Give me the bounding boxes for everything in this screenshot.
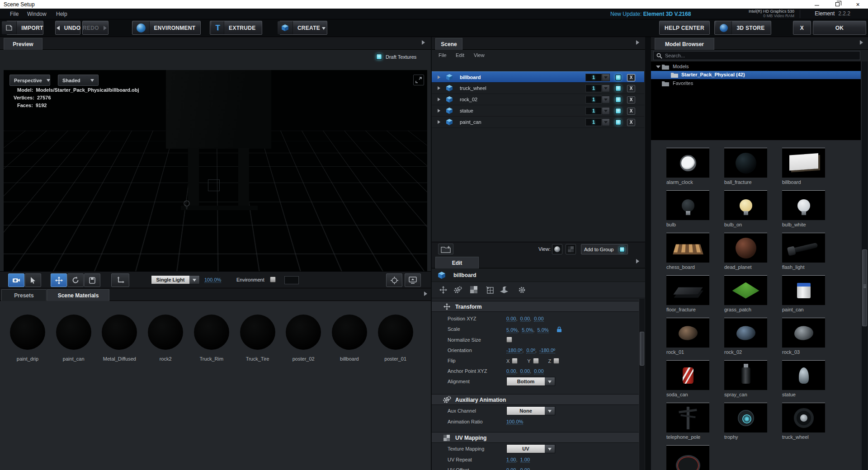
material-sphere-preview[interactable] [286, 315, 321, 350]
edit-scrollbar-handle[interactable] [640, 332, 644, 366]
model-item[interactable]: trophy [724, 403, 767, 440]
flip-y-checkbox[interactable] [533, 358, 539, 364]
uv-mapping-section-header[interactable]: UV Mapping [432, 432, 639, 443]
model-thumbnail[interactable] [724, 360, 767, 390]
model-item[interactable]: spray_can [724, 360, 767, 397]
texture-mapping-dropdown[interactable]: UV [506, 444, 555, 453]
transform-section-header[interactable]: Transform [432, 301, 639, 312]
draft-textures-checkbox[interactable] [376, 54, 382, 60]
add-to-group-button[interactable]: Add to Group [581, 244, 628, 254]
material-sphere-preview[interactable] [378, 315, 413, 350]
anchor-y-value[interactable]: 0.00 [520, 368, 530, 374]
scene-menu-file[interactable]: File [439, 52, 447, 58]
edit-scrollbar[interactable] [639, 299, 645, 470]
expander-arrow-icon[interactable] [438, 75, 442, 79]
uv-repeat-v-value[interactable]: 1.00 [520, 457, 530, 463]
material-item[interactable]: billboard [327, 315, 372, 362]
import-button[interactable]: IMPORT [6, 21, 43, 35]
center-view-button[interactable] [386, 273, 402, 287]
model-thumbnail[interactable] [782, 318, 825, 348]
chevron-down-icon[interactable] [602, 118, 610, 126]
view-shaded-toggle[interactable] [552, 244, 562, 254]
minimize-button[interactable] [807, 0, 827, 9]
position-z-value[interactable]: 0.00 [534, 316, 543, 322]
transform-category-icon[interactable] [439, 286, 447, 295]
collapse-panel-arrow-icon[interactable] [424, 291, 429, 296]
tree-item-favorites[interactable]: Favorites [651, 80, 861, 88]
model-thumbnail[interactable] [724, 148, 767, 178]
model-search-box[interactable] [653, 51, 860, 60]
flip-z-checkbox[interactable] [553, 358, 559, 364]
material-item[interactable]: poster_01 [373, 315, 418, 362]
model-item[interactable]: soda_can [666, 360, 709, 397]
collapse-panel-arrow-icon[interactable] [860, 40, 865, 45]
model-item[interactable]: statue [782, 360, 825, 397]
delete-object-button[interactable]: X [627, 85, 635, 92]
aux-channel-dropdown[interactable]: None [506, 406, 555, 415]
chevron-down-icon[interactable] [602, 74, 610, 81]
help-center-button[interactable]: HELP CENTER [659, 21, 710, 35]
environment-color-swatch[interactable] [284, 276, 299, 284]
model-thumbnail[interactable] [666, 233, 709, 263]
model-thumbnail[interactable] [666, 275, 709, 305]
visibility-checkbox[interactable] [615, 119, 621, 125]
uv-category-icon[interactable] [470, 286, 477, 294]
model-thumbnail[interactable] [666, 445, 709, 470]
model-thumbnail[interactable] [782, 403, 825, 432]
model-item[interactable]: bulb [666, 190, 709, 227]
visibility-checkbox[interactable] [615, 85, 621, 91]
material-item[interactable]: poster_02 [281, 315, 326, 362]
instance-count-field[interactable]: 1 [585, 107, 610, 115]
search-input[interactable] [665, 53, 860, 58]
uv-repeat-u-value[interactable]: 1.00 [506, 457, 516, 463]
scene-menu-edit[interactable]: Edit [456, 52, 464, 58]
material-sphere-preview[interactable] [56, 315, 91, 350]
delete-object-button[interactable]: X [627, 108, 635, 115]
model-thumbnail[interactable] [666, 318, 709, 348]
environment-checkbox[interactable] [270, 277, 276, 282]
material-item[interactable]: Metal_Diffused [97, 315, 142, 362]
delete-object-button[interactable]: X [627, 119, 635, 126]
scale-lock-icon[interactable] [557, 326, 562, 334]
model-browser-scrollbar-handle[interactable] [862, 249, 867, 326]
model-thumbnail[interactable] [782, 148, 825, 178]
tab-edit[interactable]: Edit [435, 257, 479, 268]
delete-object-button[interactable]: X [627, 96, 635, 103]
model-item[interactable]: grass_patch [724, 275, 767, 312]
tree-item-starter-pack[interactable]: Starter_Pack_Physical (42) [651, 71, 861, 79]
uv-offset-v-value[interactable]: 0.00 [520, 467, 530, 470]
collapse-panel-arrow-icon[interactable] [636, 40, 642, 45]
add-to-group-checkbox[interactable] [619, 247, 625, 252]
scene-object-row[interactable]: rock_02 1 X [432, 94, 644, 105]
view-wireframe-toggle[interactable] [566, 244, 576, 254]
frame-tool-button[interactable] [84, 273, 100, 287]
model-thumbnail[interactable] [666, 403, 709, 432]
material-sphere-preview[interactable] [240, 315, 275, 350]
environment-button[interactable]: ENVIRONMENT [132, 21, 201, 35]
scale-x-value[interactable]: 5.0% [506, 327, 518, 333]
tab-model-browser[interactable]: Model Browser [655, 38, 714, 50]
update-notice-link[interactable]: New Update: Element 3D V.2168 [610, 11, 691, 17]
model-item[interactable]: floor_fracture [666, 275, 709, 312]
model-item[interactable]: telephone_pole [666, 403, 709, 440]
material-item[interactable]: paint_can [51, 315, 96, 362]
select-tool-button[interactable] [25, 273, 41, 287]
tree-item-models[interactable]: Models [651, 63, 861, 71]
animation-category-icon[interactable] [453, 286, 462, 295]
ok-button[interactable]: OK [813, 21, 866, 35]
scene-menu-view[interactable]: View [474, 52, 485, 58]
chevron-down-icon[interactable] [602, 85, 610, 92]
normalize-size-checkbox[interactable] [506, 337, 512, 343]
material-sphere-preview[interactable] [194, 315, 229, 350]
instance-count-field[interactable]: 1 [585, 96, 610, 103]
model-thumbnail[interactable] [782, 190, 825, 220]
visibility-checkbox[interactable] [615, 108, 621, 114]
redo-button[interactable]: REDO [82, 21, 108, 35]
model-item[interactable]: bulb_white [782, 190, 825, 227]
model-thumbnail[interactable] [666, 360, 709, 390]
tab-preview[interactable]: Preview [4, 38, 42, 50]
output-preview-button[interactable] [405, 273, 421, 287]
move-tool-button[interactable] [51, 273, 67, 287]
position-y-value[interactable]: 0.00 [520, 316, 530, 322]
settings-category-icon[interactable] [518, 286, 526, 295]
